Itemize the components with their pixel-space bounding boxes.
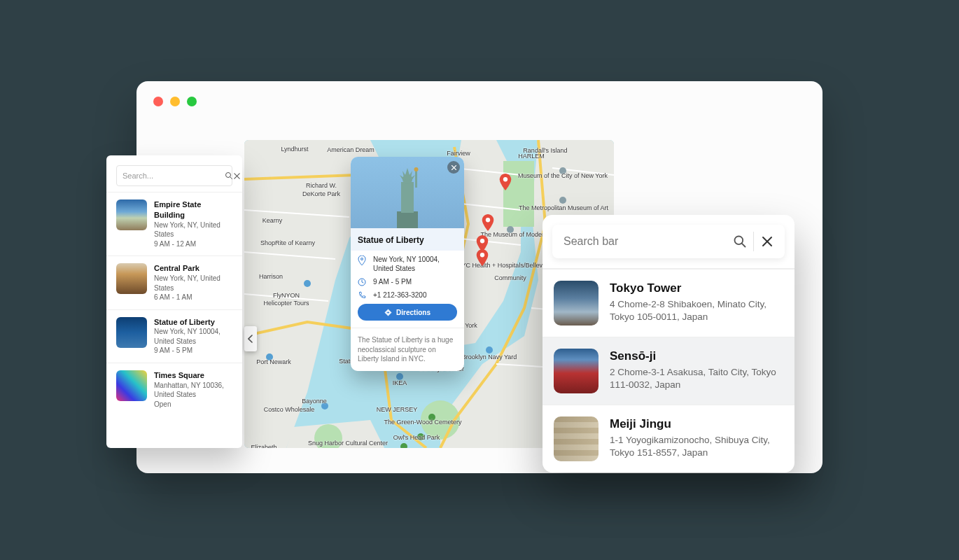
- sidebar-item-empire-state[interactable]: Empire State Building New York, NY, Unit…: [106, 192, 242, 255]
- place-address: 2 Chome-3-1 Asakusa, Taito City, Tokyo 1…: [610, 366, 783, 391]
- directions-icon: [384, 309, 392, 316]
- search-item-tokyo-tower[interactable]: Tokyo Tower 4 Chome-2-8 Shibakoen, Minat…: [542, 269, 794, 337]
- map-label: American Dream: [327, 146, 374, 153]
- map-label: Harrison: [259, 273, 283, 280]
- search-item-sensoji[interactable]: Sensō-ji 2 Chome-3-1 Asakusa, Taito City…: [542, 337, 794, 405]
- search-panel-list: Tokyo Tower 4 Chome-2-8 Shibakoen, Minat…: [542, 268, 794, 472]
- place-title: Sensō-ji: [610, 349, 783, 363]
- svg-point-39: [414, 167, 419, 172]
- svg-rect-1: [503, 161, 534, 227]
- popup-close-button[interactable]: [447, 161, 460, 174]
- svg-point-19: [486, 346, 493, 354]
- sidebar-item-times-square[interactable]: Times Square Manhattan, NY 10036, United…: [106, 363, 242, 416]
- popup-address: New York, NY 10004, United States: [373, 255, 457, 273]
- map-label: DeKorte Park: [302, 190, 340, 197]
- map-label: Lyndhurst: [281, 146, 308, 153]
- place-title: Empire State Building: [154, 200, 232, 220]
- svg-point-42: [361, 258, 363, 260]
- clock-icon: [358, 278, 368, 286]
- place-address: 4 Chome-2-8 Shibakoen, Minato City, Toky…: [610, 298, 783, 323]
- place-hours: 9 AM - 5 PM: [154, 346, 232, 356]
- place-title: Statue of Liberty: [154, 317, 232, 328]
- place-thumbnail: [116, 263, 147, 294]
- map-label: Randall's Island: [523, 147, 567, 154]
- popup-phone: +1 212-363-3200: [373, 290, 426, 300]
- popup-description: The Statue of Liberty is a huge neoclass…: [351, 328, 464, 371]
- map-pin-icon[interactable]: [499, 174, 512, 190]
- sidebar-item-statue-of-liberty[interactable]: Statue of Liberty New York, NY 10004, Un…: [106, 309, 242, 363]
- place-address: 1-1 Yoyogikamizonocho, Shibuya City, Tok…: [610, 434, 783, 459]
- place-title: Times Square: [154, 370, 232, 381]
- svg-point-26: [503, 177, 507, 181]
- sidebar-list: Empire State Building New York, NY, Unit…: [106, 192, 242, 416]
- svg-line-45: [742, 244, 746, 247]
- map-label: NEW JERSEY: [377, 406, 418, 413]
- place-title: Meiji Jingu: [610, 416, 783, 431]
- place-hours: 9 AM - 12 AM: [154, 239, 232, 249]
- map-label: Owl's Head Park: [393, 434, 440, 441]
- place-thumbnail: [116, 200, 147, 230]
- svg-rect-35: [397, 211, 418, 228]
- map-label: Richard W.: [306, 182, 337, 189]
- place-popup: Statue of Liberty New York, NY 10004, Un…: [351, 157, 464, 371]
- svg-point-14: [304, 280, 311, 287]
- sidebar-collapse-handle[interactable]: [244, 326, 257, 351]
- place-address: New York, NY, United States: [154, 220, 232, 239]
- search-panel-search: [552, 225, 785, 258]
- search-panel: Tokyo Tower 4 Chome-2-8 Shibakoen, Minat…: [542, 215, 794, 472]
- location-pin-icon: [358, 255, 368, 265]
- svg-line-32: [230, 177, 232, 179]
- place-title: Central Park: [154, 263, 232, 274]
- popup-hours: 9 AM - 5 PM: [373, 277, 412, 286]
- place-address: Manhattan, NY 10036, United States: [154, 381, 232, 400]
- browser-header: [136, 81, 822, 122]
- place-thumbnail: [554, 416, 598, 461]
- svg-point-22: [559, 197, 566, 204]
- popup-hero-image: [351, 157, 464, 228]
- map-pin-icon[interactable]: [476, 249, 489, 266]
- map-label: Museum of the City of New York: [518, 172, 608, 179]
- map-label: Kearny: [262, 217, 283, 224]
- sidebar-item-central-park[interactable]: Central Park New York, NY, United States…: [106, 255, 242, 309]
- sidebar-search: [116, 165, 232, 186]
- svg-rect-38: [415, 171, 417, 188]
- search-icon[interactable]: [225, 172, 233, 180]
- place-address: New York, NY, United States: [154, 274, 232, 293]
- svg-point-28: [480, 239, 484, 243]
- window-minimize-icon[interactable]: [170, 97, 180, 106]
- place-thumbnail: [554, 349, 598, 393]
- place-thumbnail: [116, 370, 147, 401]
- map-label: IKEA: [393, 379, 407, 386]
- svg-point-27: [486, 218, 490, 222]
- window-close-icon[interactable]: [153, 97, 163, 106]
- svg-rect-36: [401, 182, 414, 213]
- map-pin-icon[interactable]: [482, 214, 494, 231]
- search-panel-input[interactable]: [564, 235, 727, 248]
- map-label: York: [465, 322, 477, 329]
- place-title: Tokyo Tower: [610, 281, 783, 295]
- map-label: Port Newark: [256, 358, 291, 365]
- places-sidebar: Empire State Building New York, NY, Unit…: [106, 155, 242, 448]
- sidebar-search-input[interactable]: [117, 172, 225, 180]
- search-item-meiji-jingu[interactable]: Meiji Jingu 1-1 Yoyogikamizonocho, Shibu…: [542, 405, 794, 472]
- popup-title: Statue of Liberty: [351, 228, 464, 251]
- place-hours: 6 AM - 1 AM: [154, 293, 232, 302]
- map-label: Elizabeth: [251, 444, 276, 448]
- map-label: ShopRite of Kearny: [260, 239, 315, 246]
- close-icon[interactable]: [233, 172, 241, 180]
- search-icon[interactable]: [727, 228, 753, 255]
- map-label: Snug Harbor Cultural Center: [308, 440, 388, 447]
- map-label: Bayonne: [302, 398, 327, 405]
- place-thumbnail: [554, 281, 598, 326]
- directions-button[interactable]: Directions: [358, 304, 457, 321]
- map-label: Brooklyn Navy Yard: [462, 354, 517, 360]
- map-label: The Green-Wood Cemetery: [384, 419, 462, 426]
- place-hours: Open: [154, 400, 232, 410]
- window-maximize-icon[interactable]: [187, 97, 197, 106]
- directions-label: Directions: [396, 309, 430, 316]
- close-icon[interactable]: [754, 228, 780, 255]
- place-address: New York, NY 10004, United States: [154, 327, 232, 346]
- map-label: NYC Health + Hospitals/Bellevue: [457, 262, 550, 269]
- map-label: Fairview: [447, 150, 470, 157]
- map-label: Costco Wholesale: [264, 406, 315, 413]
